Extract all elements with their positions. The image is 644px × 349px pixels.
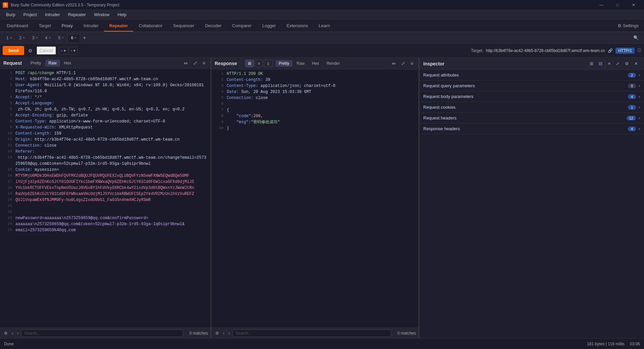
menu-repeater[interactable]: Repeater [65,11,89,18]
settings-gear-icon[interactable]: ⚙ [27,47,34,55]
request-tab-pretty[interactable]: Pretty [27,60,44,66]
menu-intruder[interactable]: Intruder [42,11,63,18]
tab-target[interactable]: Target [34,20,56,32]
view-mode-split-btn[interactable]: ⊞ [245,60,254,67]
session-tab-1[interactable]: 1× [3,34,16,42]
response-search-input[interactable] [232,330,391,337]
request-search-prev-icon[interactable]: ‹ [10,330,14,336]
tab-proxy[interactable]: Proxy [56,20,78,32]
nav-prev-button[interactable]: ‹ ▾ [59,47,68,55]
inspector-section-1[interactable]: Request query parameters 0 › [419,81,644,91]
request-line-2: 2Host: b3b4f76e-ac42-48b5-8728-cb65bd18d… [0,76,211,82]
tab-collaborator[interactable]: Collaborator [133,20,168,32]
tab-dashboard[interactable]: Dashboard [1,20,34,32]
add-session-button[interactable]: + [80,34,89,42]
inspector-close-icon[interactable]: ✕ [632,60,640,67]
maximize-button[interactable]: □ [610,0,625,10]
response-search-next-icon[interactable]: › [227,330,231,336]
inspector-section-label-2: Request body parameters [423,94,628,99]
response-tab-raw[interactable]: Raw [293,60,308,67]
tab-repeater[interactable]: Repeater [104,20,133,32]
inspector-icon-3[interactable]: ≡ [606,60,612,67]
view-mode-col-btn[interactable]: ⫿ [264,60,273,67]
inspector-row-1[interactable]: Request query parameters 0 › [419,81,644,91]
inspector-row-3[interactable]: Request cookies 1 › [419,102,644,112]
response-line-8: 8 "code":200, [211,113,419,119]
inspector-icon-settings[interactable]: ⚙ [623,60,631,67]
menu-help[interactable]: Help [114,11,130,18]
response-tab-hex[interactable]: Hex [309,60,322,67]
inspector-row-4[interactable]: Request headers 12 › [419,113,644,123]
inspector-row-5[interactable]: Response headers 4 › [419,123,644,134]
inspector-section-label-4: Request headers [423,115,627,120]
send-button[interactable]: Send [3,46,24,55]
link-icon[interactable]: 🔗 [608,48,613,53]
inspector-sections: Request attributes 2 › Request query par… [419,70,644,134]
target-url: http://b3b4f76e-ac42-48b5-8728-cb65bd18d… [486,48,605,53]
session-tab-5[interactable]: 5× [54,34,67,42]
target-label: Target: [471,48,483,53]
inspector-section-5[interactable]: Response headers 4 › [419,123,644,134]
inspector-section-badge-4: 12 [627,116,636,120]
tab-intruder[interactable]: Intruder [78,20,104,32]
response-panel: Response ⊞ ≡ ⫿ Pretty Raw Hex Render ⇔ ⤢… [211,58,419,338]
inspector-section-2[interactable]: Request body parameters 4 › [419,91,644,102]
inspector-section-3[interactable]: Request cookies 1 › [419,102,644,113]
response-word-wrap-icon[interactable]: ⇔ [390,60,398,67]
menu-project[interactable]: Project [20,11,40,18]
tab-extensions[interactable]: Extensions [281,20,314,32]
request-line-20: 20QUJlVnpaWEk9fNJMM9Fy-hu0LdgsZIodU0bGl_… [0,197,211,203]
request-tab-raw[interactable]: Raw [45,60,60,66]
response-expand-icon[interactable]: ⤢ [399,60,407,67]
tab-learn[interactable]: Learn [313,20,335,32]
inspector-row-2[interactable]: Request body parameters 4 › [419,91,644,102]
settings-button[interactable]: ⚙ Settings [613,22,643,30]
response-menu-icon[interactable]: ≡ [409,60,415,67]
tab-decoder[interactable]: Decoder [200,20,227,32]
request-expand-icon[interactable]: ⤢ [191,60,199,66]
app-icon: S [3,2,8,8]
inspector-section-badge-2: 4 [628,94,636,99]
response-tab-pretty[interactable]: Pretty [275,60,292,67]
status-done: Done [4,342,14,346]
inspector-row-0[interactable]: Request attributes 2 › [419,70,644,80]
response-line-2: 2Content-Length: 39 [211,77,419,83]
session-tab-3[interactable]: 3× [29,34,42,42]
response-search-settings-icon[interactable]: ⚙ [214,330,220,336]
tab-comparer[interactable]: Comparer [227,20,257,32]
session-tab-6[interactable]: 6× [67,34,80,42]
menu-window[interactable]: Window [91,11,113,18]
view-mode-list-btn[interactable]: ≡ [255,60,263,67]
request-search-next-icon[interactable]: › [16,330,20,336]
close-button[interactable]: ✕ [626,0,641,10]
response-code-area[interactable]: 1HTTP/1.1 200 OK2Content-Length: 393Cont… [211,69,419,328]
cancel-button[interactable]: Cancel [37,46,56,55]
inspector-icon-1[interactable]: ⊞ [588,60,595,67]
request-line-19: 19RaUVp6ZEhKcGJtY01Cd0FGYWNsamVHc0djM1J5… [0,191,211,197]
help-icon[interactable]: ⓘ [637,48,641,53]
session-tab-2[interactable]: 2× [16,34,29,42]
inspector-icon-2[interactable]: ⊟ [597,60,604,67]
request-word-wrap-icon[interactable]: ⇔ [182,60,190,66]
inspector-chevron-2: › [639,94,640,99]
inspector-section-0[interactable]: Request attributes 2 › [419,70,644,81]
request-search-settings-icon[interactable]: ⚙ [3,330,9,336]
tab-logger[interactable]: Logger [257,20,281,32]
http-version-selector[interactable]: HTTP/1 [615,48,635,54]
request-line-5: 5Accept-Language: [0,100,211,106]
nav-next-button[interactable]: › ▾ [69,47,78,55]
request-code-area[interactable]: 1POST /api/change HTTP/1.12Host: b3b4f76… [0,69,211,328]
request-menu-icon[interactable]: ≡ [201,60,207,66]
request-search-input[interactable] [21,330,183,337]
response-tab-render[interactable]: Render [323,60,343,67]
session-tab-4[interactable]: 4× [42,34,55,42]
menu-burp[interactable]: Burp [3,11,18,18]
session-search-icon[interactable]: 🔍 [631,34,641,42]
response-search-prev-icon[interactable]: ‹ [222,330,226,336]
tab-sequencer[interactable]: Sequencer [168,20,200,32]
request-tab-hex[interactable]: Hex [61,60,74,66]
inspector-icon-expand[interactable]: ⤢ [614,60,622,67]
request-panel-tabs: Pretty Raw Hex [27,60,74,66]
minimize-button[interactable]: — [594,0,609,10]
inspector-section-4[interactable]: Request headers 12 › [419,113,644,123]
